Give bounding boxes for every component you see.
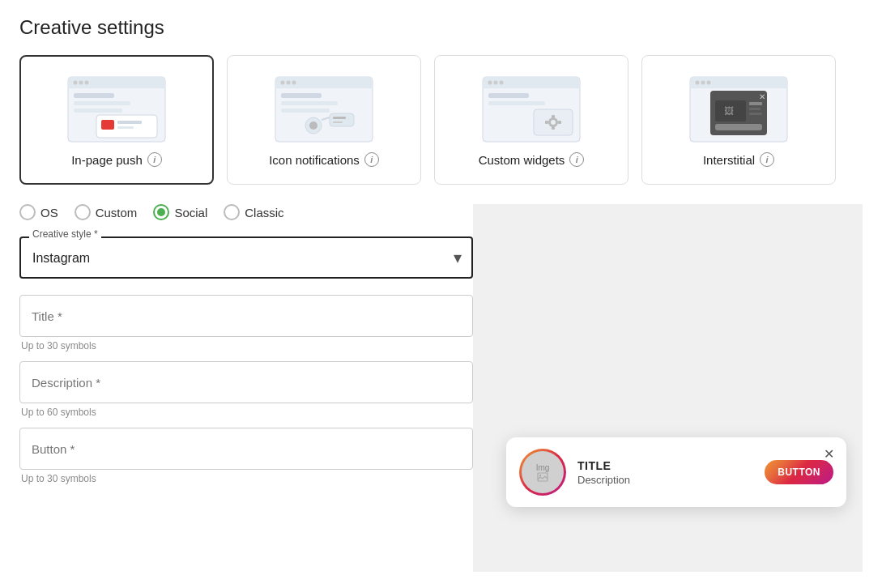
svg-rect-19 [281,93,322,98]
svg-rect-8 [74,109,122,113]
button-input[interactable] [19,428,473,470]
svg-point-4 [79,81,83,85]
notif-description: Description [577,474,753,486]
description-input[interactable] [19,361,473,403]
radio-os[interactable]: OS [19,204,58,220]
card-icon[interactable]: Icon notifications i [227,55,421,185]
svg-rect-55 [749,113,762,115]
svg-point-32 [494,81,498,85]
card-widgets-illustration [479,73,584,146]
svg-rect-12 [117,126,134,129]
radio-social-circle [153,204,169,220]
svg-point-5 [85,81,89,85]
title-hint: Up to 30 symbols [21,340,473,352]
svg-point-47 [701,81,705,85]
creative-settings-page: Creative settings [0,0,882,588]
creative-style-dropdown: Creative style * Instagram Facebook Twit… [19,236,473,279]
card-interstitial-illustration: ✕ 🖼 [686,73,791,146]
svg-rect-42 [558,121,561,124]
svg-rect-39 [552,115,555,118]
card-interstitial[interactable]: ✕ 🖼 Interstitial i [641,55,836,185]
left-panel: OS Custom Social Classic Creative style … [19,204,473,572]
button-hint: Up to 30 symbols [21,473,473,484]
card-icon-illustration [271,73,377,146]
svg-point-33 [500,81,504,85]
card-widgets-info-icon[interactable]: i [569,152,584,167]
creative-style-select[interactable]: Instagram Facebook Twitter LinkedIn [19,236,473,279]
svg-rect-27 [333,121,343,123]
svg-rect-40 [552,126,555,130]
card-widgets[interactable]: Custom widgets i [434,55,628,185]
svg-point-23 [309,121,317,130]
image-placeholder-icon [537,472,548,482]
svg-rect-7 [74,101,130,105]
title-input[interactable] [19,295,473,337]
svg-rect-26 [333,117,346,119]
svg-point-31 [488,81,492,85]
page-title: Creative settings [19,16,863,39]
svg-point-46 [696,81,700,85]
card-inpage-label: In-page push i [71,152,162,167]
main-content: OS Custom Social Classic Creative style … [19,204,863,572]
svg-rect-45 [690,85,787,88]
svg-rect-53 [749,102,762,105]
svg-point-18 [292,81,296,85]
card-interstitial-info-icon[interactable]: i [760,152,774,167]
svg-point-48 [707,81,711,85]
svg-rect-11 [117,121,142,124]
svg-point-38 [551,120,556,125]
radio-group: OS Custom Social Classic [19,204,473,220]
svg-rect-56 [715,124,762,130]
radio-classic-circle [224,204,240,220]
notification-preview: ✕ Img TITLE Descripti [506,437,846,507]
notif-avatar-text: Img [536,463,550,472]
radio-os-circle [19,204,36,220]
notif-action-button[interactable]: BUTTON [765,460,833,484]
notif-content-area: TITLE Description [577,459,753,486]
radio-custom-circle [75,204,91,220]
card-inpage-illustration [64,73,169,146]
radio-social[interactable]: Social [153,204,207,220]
svg-rect-21 [281,109,330,113]
svg-point-17 [287,81,291,85]
svg-rect-34 [488,93,529,98]
card-interstitial-label: Interstitial i [703,152,774,167]
button-field-group: Up to 30 symbols [19,428,473,484]
card-icon-label: Icon notifications i [269,152,379,167]
creative-style-label: Creative style * [29,228,101,240]
svg-rect-6 [74,93,114,98]
notif-avatar-wrapper: Img [519,449,566,496]
notif-title: TITLE [577,459,753,472]
notif-avatar: Img [522,451,564,493]
radio-custom[interactable]: Custom [75,204,138,220]
card-inpage-info-icon[interactable]: i [147,152,162,167]
svg-rect-25 [330,113,354,126]
svg-point-58 [539,474,541,475]
svg-rect-20 [281,101,338,105]
description-hint: Up to 60 symbols [21,407,473,418]
notification-close-button[interactable]: ✕ [820,445,837,462]
svg-rect-30 [483,85,580,88]
radio-classic[interactable]: Classic [224,204,283,220]
description-field-group: Up to 60 symbols [19,361,473,418]
svg-text:✕: ✕ [759,92,765,101]
preview-panel: ✕ Img TITLE Descripti [473,204,863,572]
title-field-group: Up to 30 symbols [19,295,473,352]
svg-rect-35 [488,101,545,105]
svg-rect-2 [68,85,165,88]
svg-rect-15 [275,85,373,88]
svg-rect-41 [545,121,548,124]
svg-point-3 [74,81,78,85]
card-widgets-label: Custom widgets i [479,152,585,167]
card-icon-info-icon[interactable]: i [364,152,379,167]
svg-rect-10 [101,120,114,130]
svg-point-16 [281,81,285,85]
card-inpage[interactable]: In-page push i [19,55,214,185]
svg-text:🖼: 🖼 [724,105,734,117]
svg-rect-54 [749,108,761,110]
creative-type-cards: In-page push i [19,55,863,185]
